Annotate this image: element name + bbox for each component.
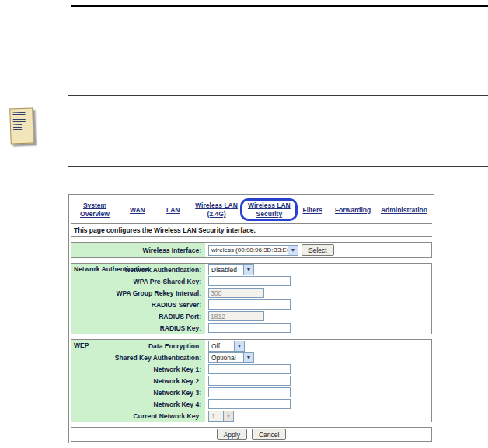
form-row: WPA Pre-Shared Key: (71, 275, 431, 287)
radius-server-input[interactable] (208, 299, 291, 310)
top-divider (71, 5, 488, 7)
form-row: Current Network Key: 1 ▼ (71, 410, 431, 422)
chevron-down-icon: ▼ (243, 265, 253, 275)
network-key-2-input[interactable] (208, 376, 291, 386)
current-network-key-select: 1 ▼ (208, 411, 234, 422)
form-row: Network Key 2: (71, 375, 431, 387)
control-cell: wireless (00:90:96:3D:B3:EC) ▼ Select (205, 244, 431, 256)
control-cell: Optional ▼ (205, 352, 431, 363)
radius-key-input[interactable] (208, 323, 291, 333)
network-key-1-input[interactable] (208, 364, 291, 374)
form-row: WPA Group Rekey Interval: (71, 287, 431, 299)
control-cell (205, 299, 431, 310)
control-cell: 1 ▼ (205, 411, 431, 422)
select-button[interactable]: Select (302, 244, 334, 256)
tab-lan[interactable]: LAN (158, 206, 189, 215)
cancel-button[interactable]: Cancel (252, 429, 286, 440)
tab-system-overview[interactable]: System Overview (72, 201, 117, 218)
tab-wireless-lan-security[interactable]: Wireless LAN Security (244, 201, 294, 218)
chevron-down-icon: ▼ (223, 411, 233, 421)
control-cell: Disabled ▼ (205, 264, 431, 275)
note-divider-top (68, 95, 488, 96)
control-cell (205, 364, 431, 374)
form-row: Data Encryption: Off ▼ (71, 340, 431, 352)
note-icon-scribble (12, 112, 25, 124)
tab-wireless-lan-24g[interactable]: Wireless LAN (2.4G) (192, 201, 242, 218)
label-cell: Network Key 4: (71, 398, 205, 410)
network-authentication-section: Network Authentication Network Authentic… (71, 263, 432, 334)
data-encryption-select[interactable]: Off ▼ (208, 341, 245, 352)
tab-wan[interactable]: WAN (120, 206, 155, 215)
label-cell: RADIUS Key: (71, 322, 205, 334)
control-cell (205, 323, 431, 333)
form-row: RADIUS Port: (71, 310, 431, 322)
control-cell (205, 276, 431, 286)
form-row: RADIUS Key: (71, 322, 431, 334)
chevron-down-icon: ▼ (288, 246, 298, 255)
shared-key-authentication-select[interactable]: Optional ▼ (208, 352, 254, 363)
radius-port-input (208, 311, 264, 321)
control-cell (205, 399, 431, 409)
note-icon-scribble (13, 124, 22, 130)
label-cell: WPA Group Rekey Interval: (71, 287, 205, 299)
section-title: Network Authentication (74, 265, 148, 273)
wireless-interface-select[interactable]: wireless (00:90:96:3D:B3:EC) ▼ (208, 245, 298, 256)
network-key-4-input[interactable] (208, 399, 291, 409)
form-row: Network Key 3: (71, 387, 431, 398)
control-cell (205, 376, 431, 386)
label-cell: RADIUS Server: (71, 299, 205, 310)
tab-filters[interactable]: Filters (297, 206, 328, 215)
control-cell (205, 311, 431, 321)
tab-administration[interactable]: Administration (378, 206, 430, 215)
label-cell: Current Network Key: (71, 410, 205, 422)
form-actions: Apply Cancel (71, 427, 432, 442)
label-cell: Network Key 2: (71, 375, 205, 387)
network-authentication-select[interactable]: Disabled ▼ (208, 264, 254, 275)
page-description: This page configures the Wireless LAN Se… (71, 223, 432, 237)
control-cell (205, 288, 431, 298)
label-cell: WPA Pre-Shared Key: (71, 275, 205, 287)
note-divider-bottom (68, 166, 488, 167)
label-cell: Network Key 3: (71, 387, 205, 398)
tab-forwarding[interactable]: Forwarding (331, 206, 375, 215)
router-config-screenshot: System Overview WAN LAN Wireless LAN (2.… (68, 194, 434, 443)
form-row: Network Key 1: (71, 363, 431, 375)
nav-tabs: System Overview WAN LAN Wireless LAN (2.… (71, 197, 432, 223)
apply-button[interactable]: Apply (217, 429, 247, 440)
control-cell (205, 387, 431, 397)
form-row: Network Key 4: (71, 398, 431, 410)
form-row: Shared Key Authentication: Optional ▼ (71, 352, 431, 363)
chevron-down-icon: ▼ (243, 353, 253, 362)
form-row: Wireless Interface: wireless (00:90:96:3… (71, 243, 431, 257)
wpa-pre-shared-key-input[interactable] (208, 276, 291, 286)
section-title: WEP (74, 341, 89, 349)
label-cell: RADIUS Port: (71, 310, 205, 322)
label-cell: Wireless Interface: (71, 243, 205, 257)
chevron-down-icon: ▼ (234, 341, 244, 351)
network-key-3-input[interactable] (208, 387, 291, 397)
interface-section: Wireless Interface: wireless (00:90:96:3… (71, 242, 432, 258)
label-cell: Data Encryption: (71, 340, 205, 352)
wireless-interface-label: Wireless Interface: (142, 247, 201, 254)
form-row: RADIUS Server: (71, 299, 431, 310)
label-cell: Shared Key Authentication: (71, 352, 205, 363)
control-cell: Off ▼ (205, 341, 431, 352)
wep-section: WEP Data Encryption: Off ▼ Shared Key Au… (71, 339, 432, 422)
label-cell: Network Key 1: (71, 363, 205, 375)
wpa-group-rekey-interval-input (208, 288, 264, 298)
note-icon (9, 107, 34, 144)
manual-page: System Overview WAN LAN Wireless LAN (2.… (0, 0, 488, 448)
